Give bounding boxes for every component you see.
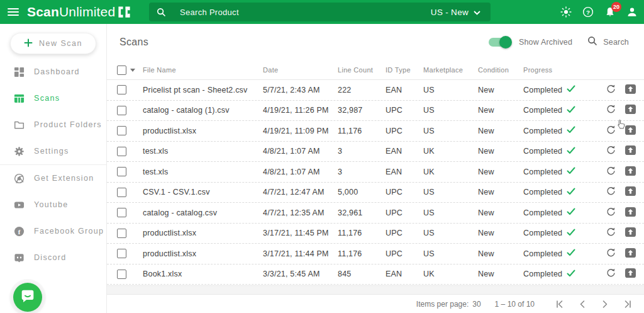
refresh-icon	[606, 166, 616, 178]
marketplace-selector[interactable]: US - New	[431, 8, 480, 17]
selection-dropdown-icon[interactable]	[130, 69, 135, 72]
row-checkbox[interactable]	[117, 229, 126, 238]
unarchive-icon	[625, 268, 636, 280]
previous-page-button[interactable]	[575, 297, 590, 312]
rescan-button[interactable]	[600, 145, 621, 157]
file-name-cell: Pricelist pt scan - Sheet2.csv	[143, 86, 263, 94]
table-row[interactable]: productlist.xlsx 3/17/21, 11:45 PM 11,17…	[107, 224, 644, 244]
unarchive-button[interactable]	[621, 125, 639, 137]
column-header-id-type[interactable]: ID Type	[386, 66, 423, 74]
table-row[interactable]: Pricelist pt scan - Sheet2.csv 5/7/21, 2…	[107, 80, 644, 101]
next-page-button[interactable]	[597, 297, 613, 312]
progress-cell: Completed	[523, 147, 600, 156]
unarchive-icon	[625, 84, 636, 96]
svg-text:?: ?	[586, 9, 590, 16]
column-header-file-name[interactable]: File Name	[143, 66, 263, 74]
table-row[interactable]: test.xls 4/8/21, 1:07 AM 3 EAN UK New Co…	[107, 162, 644, 183]
unarchive-button[interactable]	[621, 248, 639, 260]
condition-cell: New	[478, 249, 523, 258]
select-all-checkbox[interactable]	[117, 65, 126, 75]
sidebar-item-youtube[interactable]: Youtube	[0, 191, 106, 218]
marketplace-cell: US	[423, 188, 478, 196]
date-cell: 3/17/21, 11:45 PM	[263, 229, 338, 237]
first-page-button[interactable]	[552, 297, 567, 312]
table-row[interactable]: productlist.xlsx 3/17/21, 11:44 PM 11,17…	[107, 244, 644, 265]
sidebar-item-dashboard[interactable]: Dashboard	[0, 59, 106, 85]
table-row[interactable]: catalog - catalog (1).csv 4/19/21, 11:26…	[107, 101, 644, 122]
sidebar-item-discord[interactable]: Discord	[0, 244, 106, 271]
table-row[interactable]: productlist.xlsx 4/19/21, 11:09 PM 11,17…	[107, 121, 644, 142]
table-row[interactable]: Book1.xlsx 3/3/21, 5:45 AM 845 EAN UK Ne…	[107, 265, 644, 285]
new-scan-button[interactable]: New Scan	[10, 33, 96, 54]
rescan-button[interactable]	[600, 84, 621, 96]
row-checkbox[interactable]	[117, 270, 126, 279]
account-icon[interactable]	[626, 6, 638, 18]
sidebar-item-get-extension[interactable]: Get Extension	[0, 165, 106, 191]
completed-check-icon	[567, 208, 575, 217]
rescan-button[interactable]	[600, 166, 621, 178]
unarchive-button[interactable]	[621, 207, 639, 219]
row-checkbox[interactable]	[117, 85, 126, 94]
unarchive-icon	[625, 166, 636, 178]
rescan-button[interactable]	[600, 268, 621, 280]
row-checkbox[interactable]	[117, 106, 126, 115]
marketplace-selector-value: US - New	[431, 8, 469, 17]
column-header-date[interactable]: Date	[263, 66, 338, 74]
unarchive-button[interactable]	[621, 227, 639, 239]
rescan-button[interactable]	[600, 248, 621, 260]
column-header-line-count[interactable]: Line Count	[338, 66, 386, 74]
unarchive-icon	[625, 227, 636, 239]
unarchive-button[interactable]	[621, 268, 639, 280]
product-search-bar: US - New	[149, 3, 491, 21]
unarchive-button[interactable]	[621, 186, 639, 198]
row-checkbox[interactable]	[117, 126, 126, 135]
unarchive-button[interactable]	[621, 166, 639, 178]
show-archived-toggle[interactable]	[489, 38, 510, 47]
table-row[interactable]: CSV.1 - CSV.1.csv 4/7/21, 12:47 AM 5,000…	[107, 183, 644, 203]
last-page-button[interactable]	[620, 297, 635, 312]
table-row[interactable]: test.xls 4/8/21, 1:07 AM 3 EAN UK New Co…	[107, 142, 644, 162]
sidebar-item-facebook-group[interactable]: f Facebook Group	[0, 218, 106, 244]
discord-icon	[13, 252, 25, 263]
rescan-button[interactable]	[600, 227, 621, 239]
id-type-cell: UPC	[386, 188, 423, 196]
rescan-button[interactable]	[600, 125, 621, 137]
rescan-button[interactable]	[600, 104, 621, 117]
pagination-footer: Items per page: 30 1 – 10 of 10	[107, 295, 644, 313]
rescan-button[interactable]	[600, 207, 621, 219]
chat-widget-button[interactable]	[13, 283, 42, 312]
completed-check-icon	[567, 229, 575, 238]
sidebar-item-settings[interactable]: Settings	[0, 138, 106, 164]
refresh-icon	[606, 104, 616, 117]
column-header-marketplace[interactable]: Marketplace	[423, 66, 478, 74]
table-search-button[interactable]: Search	[587, 36, 629, 48]
unarchive-button[interactable]	[621, 84, 639, 96]
condition-cell: New	[478, 127, 523, 135]
unarchive-button[interactable]	[621, 104, 639, 117]
items-per-page-value[interactable]: 30	[472, 300, 480, 309]
menu-icon[interactable]	[8, 8, 19, 16]
sidebar-item-scans[interactable]: Scans	[0, 85, 106, 111]
rescan-button[interactable]	[600, 186, 621, 198]
row-checkbox[interactable]	[117, 249, 126, 258]
help-icon[interactable]: ?	[582, 6, 594, 18]
notifications-bell-icon[interactable]: 20	[604, 6, 616, 18]
file-name-cell: test.xls	[143, 168, 263, 176]
row-checkbox[interactable]	[117, 147, 126, 156]
line-count-cell: 32,961	[338, 208, 386, 217]
sidebar-item-product-folders[interactable]: Product Folders	[0, 111, 106, 138]
row-checkbox[interactable]	[117, 208, 126, 217]
date-cell: 4/7/21, 12:47 AM	[263, 188, 338, 196]
row-checkbox[interactable]	[117, 188, 126, 197]
condition-cell: New	[478, 147, 523, 156]
chat-bubble-icon	[19, 288, 36, 307]
table-row[interactable]: catalog - catalog.csv 4/7/21, 12:35 AM 3…	[107, 203, 644, 224]
theme-toggle-icon[interactable]	[560, 6, 572, 18]
row-checkbox[interactable]	[117, 167, 126, 176]
column-header-condition[interactable]: Condition	[478, 66, 523, 74]
column-header-progress[interactable]: Progress	[523, 66, 600, 74]
search-product-input[interactable]	[180, 8, 431, 17]
unarchive-button[interactable]	[621, 145, 639, 157]
brand-logo: ScanUnlimited	[27, 4, 131, 20]
refresh-icon	[606, 84, 616, 96]
